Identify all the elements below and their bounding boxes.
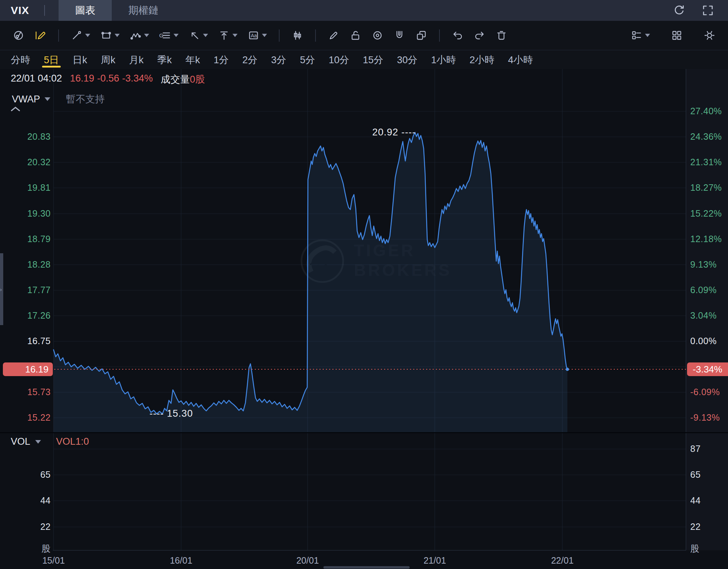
period-tab-5日[interactable]: 5日	[44, 51, 59, 69]
period-tab-3分[interactable]: 3分	[271, 51, 286, 69]
trend-line-tool[interactable]	[68, 27, 93, 43]
period-tab-15分[interactable]: 15分	[363, 51, 383, 69]
visibility-tool[interactable]	[368, 27, 387, 43]
symbol-title: VIX	[11, 4, 29, 17]
chevron-down-icon[interactable]	[85, 34, 90, 37]
extreme-annotation: ---- 15.30	[149, 408, 193, 419]
rectangle-tool[interactable]	[97, 27, 123, 43]
text-tool[interactable]: Aa	[244, 27, 270, 43]
unlock-tool[interactable]	[346, 27, 365, 43]
crosshair-tool[interactable]	[9, 27, 28, 43]
chevron-down-icon[interactable]	[115, 34, 120, 37]
price-axis-label: 18.79	[0, 234, 51, 244]
quote-change-pct: -3.34%	[122, 73, 153, 86]
chevron-down-icon[interactable]	[262, 34, 267, 37]
volume-axis-label: 股	[0, 543, 51, 555]
x-axis-label: 20/01	[296, 555, 319, 566]
period-tab-bar: 分時5日日k周k月k季k年k1分2分3分5分10分15分30分1小時2小時4小時	[0, 51, 728, 69]
topbar-actions	[673, 4, 714, 17]
chevron-down-icon[interactable]	[203, 34, 208, 37]
period-tab-分時[interactable]: 分時	[11, 51, 30, 69]
top-bar: VIX 圖表期權鏈	[0, 0, 728, 21]
period-tab-10分[interactable]: 10分	[329, 51, 349, 69]
side-panel-toggle[interactable]: ›	[0, 253, 3, 325]
period-tab-30分[interactable]: 30分	[397, 51, 418, 69]
refresh-icon[interactable]	[673, 4, 686, 17]
chevron-down-icon[interactable]	[232, 34, 238, 37]
period-tab-4小時[interactable]: 4小時	[508, 51, 533, 69]
volume-axis-label: 65	[690, 469, 701, 480]
volume-pane-header: VOL VOL1:0	[11, 436, 89, 447]
chevron-down-icon[interactable]	[45, 97, 50, 101]
duplicate-tool[interactable]	[412, 27, 430, 43]
toolbar-left-group: GAa	[9, 27, 511, 43]
period-tab-1分[interactable]: 1分	[214, 51, 229, 69]
toolbar-right-group	[627, 27, 719, 43]
chevron-down-icon[interactable]	[174, 34, 179, 37]
pct-axis-label: 12.18%	[690, 234, 722, 244]
period-tab-周k[interactable]: 周k	[101, 51, 116, 69]
top-tab-1[interactable]: 期權鏈	[112, 0, 175, 21]
period-tab-2小時[interactable]: 2小時	[470, 51, 494, 69]
settings-gear-icon[interactable]	[700, 27, 719, 43]
layout-list-icon[interactable]	[627, 27, 653, 43]
volume-label: 成交量	[161, 73, 190, 86]
chevron-down-icon[interactable]	[645, 34, 650, 37]
drawing-toolbar: GAa	[0, 21, 728, 50]
pct-axis-label: -6.09%	[690, 387, 720, 397]
chevron-down-icon[interactable]	[35, 440, 41, 444]
collapse-pane-icon[interactable]	[10, 106, 21, 112]
wave-tool[interactable]	[126, 27, 152, 43]
period-tab-月k[interactable]: 月k	[129, 51, 144, 69]
x-axis-label: 16/01	[170, 555, 193, 566]
volume-axis-label: 股	[690, 543, 700, 555]
volume-axis-label: 22	[0, 522, 51, 532]
current-price-badge: 16.19	[3, 362, 53, 376]
topbar-divider	[44, 5, 45, 16]
undo-icon[interactable]	[448, 27, 467, 43]
pct-axis-label: -9.13%	[690, 412, 720, 423]
current-pct-badge: -3.34%	[687, 362, 728, 376]
period-tab-2分[interactable]: 2分	[243, 51, 258, 69]
fullscreen-icon[interactable]	[701, 4, 714, 17]
period-tab-5分[interactable]: 5分	[300, 51, 315, 69]
price-axis-label: 20.83	[0, 131, 51, 142]
svg-text:G: G	[159, 32, 163, 38]
pct-axis-label: 27.40%	[690, 106, 722, 116]
price-chart[interactable]: TIGERBROKERS20.92 -------- 15.30	[0, 69, 728, 569]
volume-indicator-selector[interactable]: VOL	[11, 436, 30, 447]
chevron-right-icon: ›	[0, 286, 2, 292]
quote-change: -0.56	[97, 73, 119, 86]
toolbar-separator	[58, 29, 59, 42]
x-axis-label: 15/01	[42, 555, 65, 566]
arrow-tool[interactable]	[185, 27, 211, 43]
indicator-status: 暫不支持	[66, 93, 105, 106]
candlestick-tool[interactable]	[288, 27, 307, 43]
pencil-tool[interactable]	[31, 27, 50, 43]
gann-tool[interactable]: G	[156, 27, 182, 43]
measure-tool[interactable]	[215, 27, 241, 43]
x-axis-label: 21/01	[424, 555, 446, 566]
indicator-selector[interactable]: VWAP	[12, 94, 40, 105]
period-tab-日k[interactable]: 日k	[73, 51, 87, 69]
price-axis-label: 15.73	[0, 387, 51, 397]
horizontal-scrollbar[interactable]	[323, 566, 410, 569]
layout-grid-icon[interactable]	[668, 27, 686, 43]
price-axis-label: 18.28	[0, 259, 51, 270]
period-tab-年k[interactable]: 年k	[185, 51, 200, 69]
magnet-tool[interactable]	[390, 27, 409, 43]
price-axis-label: 19.81	[0, 182, 51, 193]
volume-axis-label: 44	[0, 495, 51, 506]
edit-tool[interactable]	[324, 27, 343, 43]
price-axis-label: 15.22	[0, 412, 51, 423]
toolbar-separator	[439, 29, 440, 42]
chevron-down-icon[interactable]	[144, 34, 149, 37]
volume-indicator-detail: VOL1:0	[56, 436, 89, 447]
period-tab-1小時[interactable]: 1小時	[431, 51, 456, 69]
top-tab-0[interactable]: 圖表	[59, 0, 112, 21]
price-axis-label: 20.32	[0, 157, 51, 167]
redo-icon[interactable]	[470, 27, 489, 43]
delete-icon[interactable]	[492, 27, 511, 43]
period-tab-季k[interactable]: 季k	[157, 51, 172, 69]
toolbar-separator	[315, 29, 316, 42]
